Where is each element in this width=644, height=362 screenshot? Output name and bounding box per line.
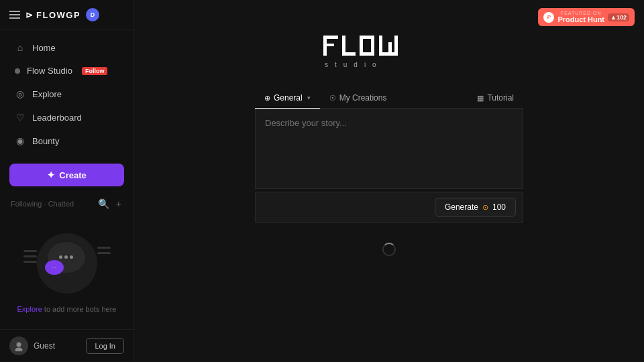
nav-label-explore: Explore [32,89,62,99]
svg-rect-8 [342,52,356,56]
ph-name-label: Product Hunt [557,15,604,23]
svg-text:FLOWGPT: FLOWGPT [36,10,79,20]
nav-label-home: Home [32,43,56,53]
tab-tutorial[interactable]: ▦ Tutorial [468,88,523,108]
general-tab-icon: ⊕ [264,94,270,103]
user-info: Guest [9,337,55,355]
svg-rect-5 [323,36,338,39]
explore-bots-area: ··· Explore to add more bots here [0,213,133,329]
ph-count-badge: ▲102 [608,13,629,21]
side-lines [23,250,37,266]
loading-area [382,243,396,256]
svg-rect-17 [394,36,398,56]
explore-hint-link[interactable]: Explore [17,305,42,313]
my-creations-tab-icon: ☉ [329,94,336,103]
bounty-icon: ◉ [15,135,25,146]
coin-icon: ⊙ [482,203,488,212]
section-label-text: Following · Chatted [11,200,74,208]
generate-button[interactable]: Generate ⊙ 100 [435,198,516,217]
studio-logo: studio [322,32,456,72]
add-chat-button[interactable]: + [115,197,123,210]
tutorial-tab-label: Tutorial [487,93,514,103]
create-button-label: Create [59,170,86,180]
sidebar-item-leaderboard[interactable]: ♡ Leaderboard [4,106,129,129]
sidebar-nav: ⌂ Home Flow Studio Follow ◎ Explore ♡ Le… [0,30,133,158]
svg-point-2 [17,343,21,347]
login-button[interactable]: Log In [86,338,124,354]
ph-count-number: 102 [616,14,627,21]
general-tab-label: General [274,93,303,103]
search-chats-button[interactable]: 🔍 [97,197,111,210]
studio-tabs: ⊕ General ▾ ☉ My Creations ▦ Tutorial [255,88,523,109]
loading-spinner [382,243,396,256]
generate-button-label: Generate [445,202,478,212]
leaderboard-icon: ♡ [15,112,25,123]
svg-point-3 [15,348,23,352]
sidebar-item-flow-studio[interactable]: Flow Studio Follow [4,60,129,82]
story-textarea[interactable] [255,109,523,189]
tutorial-tab-icon: ▦ [477,94,484,103]
story-area: Generate ⊙ 100 [255,109,523,223]
chat-dot-2 [64,255,68,259]
nav-label-flow-studio: Flow Studio [27,66,72,76]
svg-rect-12 [360,52,374,56]
bot-illustration: ··· [23,230,111,297]
explore-hint: Explore to add more bots here [17,305,117,313]
svg-rect-6 [323,44,334,46]
follow-badge: Follow [82,67,108,75]
my-creations-tab-label: My Creations [339,93,387,103]
sidebar-item-home[interactable]: ⌂ Home [4,36,129,59]
discord-badge[interactable]: D [86,8,99,21]
chat-bubble-small: ··· [45,260,64,275]
explore-hint-suffix: to add more bots here [42,305,117,313]
flow-studio-logo-svg: studio [322,32,456,69]
svg-text:⊳: ⊳ [25,10,34,20]
svg-rect-14 [379,52,388,56]
discord-icon: D [91,11,95,18]
flow-studio-dot [15,68,20,74]
sidebar-footer: Guest Log In [0,329,133,362]
ph-featured-label: FEATURED ON [561,11,602,15]
home-icon: ⌂ [15,42,25,53]
nav-label-bounty: Bounty [32,136,59,146]
main-content: P FEATURED ON Product Hunt ▲102 [134,0,644,362]
create-button[interactable]: ✦ Create [9,164,124,186]
sidebar-item-bounty[interactable]: ◉ Bounty [4,129,129,152]
sidebar-section-label: Following · Chatted 🔍 + [0,192,133,213]
chat-dots [59,255,73,259]
svg-text:studio: studio [325,61,383,68]
chat-dot-3 [70,255,73,259]
explore-icon: ◎ [15,88,25,99]
section-actions: 🔍 + [97,197,123,210]
ph-logo: P [543,12,554,23]
tab-my-creations[interactable]: ☉ My Creations [320,88,396,108]
username-label: Guest [34,341,55,351]
chat-bubble-small-icon: ··· [52,264,56,270]
sidebar-header: ⊳ FLOWGPT D [0,0,133,30]
avatar-icon [13,341,24,351]
general-dropdown-icon: ▾ [307,95,311,101]
chat-dot-1 [59,255,62,259]
nav-label-leaderboard: Leaderboard [32,113,82,123]
sidebar: ⊳ FLOWGPT D ⌂ Home Flow Studio Follow ◎ … [0,0,134,362]
flowgpt-logo: ⊳ FLOWGPT [25,9,79,21]
tab-general[interactable]: ⊕ General ▾ [255,88,320,108]
ph-logo-letter: P [547,14,551,20]
create-sparkle-icon: ✦ [47,170,55,180]
hamburger-icon[interactable] [9,11,20,19]
ph-info: FEATURED ON Product Hunt [557,11,604,23]
product-hunt-badge[interactable]: P FEATURED ON Product Hunt ▲102 [538,8,635,26]
generate-cost: 100 [492,202,506,212]
story-footer: Generate ⊙ 100 [255,192,523,223]
avatar [9,337,28,355]
right-lines [97,247,111,257]
sidebar-item-explore[interactable]: ◎ Explore [4,82,129,105]
